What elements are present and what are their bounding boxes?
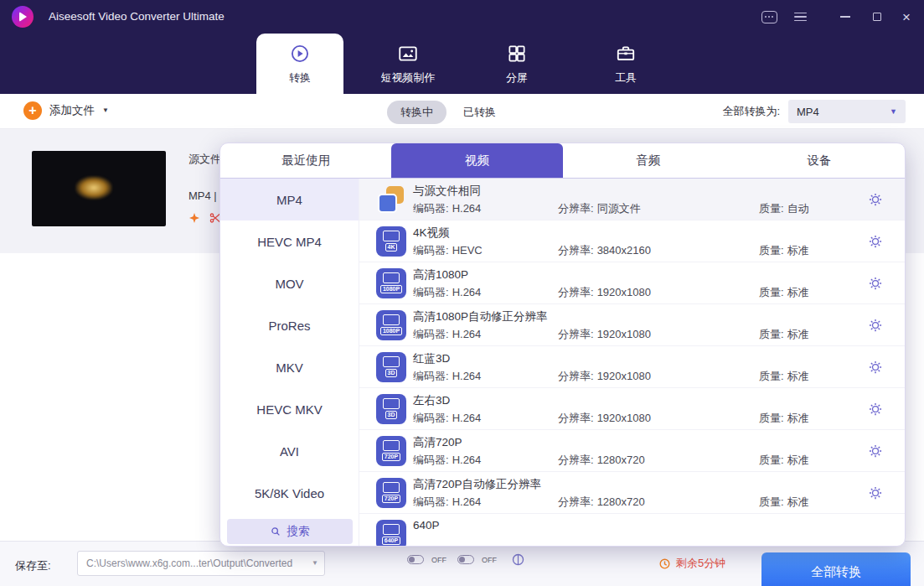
preset-row-same-as-source[interactable]: 与源文件相同 编码器:H.264 分辨率:同源文件 质量:自动 (359, 179, 905, 220)
enhance-icon[interactable] (188, 211, 201, 225)
quality-label: 质量: (759, 286, 784, 298)
output-path-input[interactable] (77, 551, 325, 576)
minimize-button[interactable] (839, 16, 852, 18)
tab-recent[interactable]: 最近使用 (220, 143, 391, 178)
quality-label: 质量: (759, 328, 784, 340)
quality-value: 标准 (787, 454, 809, 466)
screen-glyph (383, 398, 400, 409)
convert-all-to-label: 全部转换为: (722, 104, 780, 119)
convert-icon (289, 43, 311, 65)
chevron-down-icon[interactable]: ▼ (102, 107, 109, 114)
gear-icon[interactable] (868, 402, 883, 417)
preset-row-1080p[interactable]: 1080P 高清1080P 编码器:H.264 分辨率:1920x1080 质量… (359, 262, 905, 304)
tab-mv-maker[interactable]: 短视频制作 (359, 34, 457, 94)
quality-label: 质量: (759, 202, 784, 215)
quality-value: 标准 (787, 244, 809, 257)
search-button[interactable]: 搜索 (227, 519, 353, 544)
plus-icon: + (23, 101, 42, 120)
preset-row-640p[interactable]: 640P 640P (359, 514, 905, 547)
preset-row-1080p-autofix[interactable]: 1080P 高清1080P自动修正分辨率 编码器:H.264 分辨率:1920x… (359, 304, 905, 346)
preset-meta: 编码器:H.264 分辨率:1920x1080 质量:标准 (413, 369, 863, 384)
titlebar: Aiseesoft Video Converter Ultimate × (0, 0, 924, 34)
dots-icon (765, 16, 767, 18)
sidebar-item-hevc-mkv[interactable]: HEVC MKV (220, 388, 359, 430)
gear-icon[interactable] (868, 318, 883, 333)
toggle-switch-icon[interactable] (457, 555, 474, 564)
tab-label: 短视频制作 (381, 70, 436, 86)
encoder-value: HEVC (452, 244, 483, 257)
preset-row-sbs-3d[interactable]: 3D 左右3D 编码器:H.264 分辨率:1920x1080 质量:标准 (359, 388, 905, 430)
bottom-mini-toggles: OFF OFF (407, 552, 525, 567)
badge-text: 720P (382, 495, 400, 503)
tab-converted[interactable]: 已转换 (463, 105, 496, 120)
quality-value: 标准 (787, 495, 809, 508)
tab-video[interactable]: 视频 (391, 143, 562, 178)
encoder-value: H.264 (452, 370, 482, 382)
gear-icon[interactable] (868, 360, 883, 375)
preset-meta: 编码器:H.264 分辨率:1280x720 质量:标准 (413, 495, 863, 510)
preset-meta: 编码器:H.264 分辨率:1920x1080 质量:标准 (413, 327, 863, 342)
toolbar: + 添加文件 ▼ 转换中 已转换 全部转换为: MP4 ▼ (0, 94, 924, 129)
gear-icon[interactable] (868, 192, 883, 207)
feedback-icon[interactable] (761, 11, 777, 23)
chevron-down-icon[interactable]: ▼ (312, 560, 318, 567)
preset-title: 高清1080P自动修正分辨率 (413, 309, 548, 324)
compare-icon[interactable] (511, 552, 525, 567)
add-files-label: 添加文件 (49, 103, 95, 118)
encoder-label: 编码器: (413, 202, 449, 215)
popup-body: MP4 HEVC MP4 MOV ProRes MKV HEVC MKV AVI… (220, 179, 905, 547)
gear-icon[interactable] (868, 276, 883, 291)
thumbnail-content (75, 176, 112, 200)
badge-text: 3D (385, 411, 398, 419)
menu-icon[interactable] (794, 13, 807, 22)
output-format-select[interactable]: MP4 ▼ (788, 100, 906, 123)
quality-label: 质量: (759, 412, 784, 424)
sidebar-item-mkv[interactable]: MKV (220, 346, 359, 388)
tab-split-screen[interactable]: 分屏 (471, 34, 563, 94)
output-path-box[interactable]: ▼ (77, 551, 325, 576)
maximize-icon (873, 13, 881, 21)
sidebar-item-5k8k[interactable]: 5K/8K Video (220, 472, 359, 514)
search-icon (270, 526, 281, 537)
gear-icon[interactable] (868, 234, 883, 249)
preset-row-4k[interactable]: 4K 4K视频 编码器:HEVC 分辨率:3840x2160 质量:标准 (359, 220, 905, 262)
clock-icon (658, 557, 671, 570)
save-to-label: 保存至: (15, 558, 51, 573)
app-title: Aiseesoft Video Converter Ultimate (49, 10, 225, 23)
tab-label: 分屏 (506, 70, 528, 86)
quality-value: 自动 (787, 202, 809, 215)
sidebar-item-mov[interactable]: MOV (220, 262, 359, 304)
format-sidebar: MP4 HEVC MP4 MOV ProRes MKV HEVC MKV AVI… (220, 179, 359, 547)
tab-toolbox[interactable]: 工具 (580, 34, 672, 94)
preset-title: 高清720P自动修正分辨率 (413, 477, 541, 492)
tab-converting[interactable]: 转换中 (387, 101, 447, 124)
sidebar-item-mp4[interactable]: MP4 (220, 179, 359, 220)
preset-row-720p[interactable]: 720P 高清720P 编码器:H.264 分辨率:1280x720 质量:标准 (359, 430, 905, 472)
quality-label: 质量: (759, 454, 784, 466)
preset-row-720p-autofix[interactable]: 720P 高清720P自动修正分辨率 编码器:H.264 分辨率:1280x72… (359, 472, 905, 514)
preset-meta: 编码器:H.264 分辨率:1920x1080 质量:标准 (413, 285, 863, 300)
maximize-button[interactable] (870, 13, 884, 21)
add-files-button[interactable]: + 添加文件 ▼ (23, 101, 109, 120)
mv-icon (397, 43, 419, 65)
preset-row-anaglyph-3d[interactable]: 3D 红蓝3D 编码器:H.264 分辨率:1920x1080 质量:标准 (359, 346, 905, 388)
screen-glyph (383, 272, 400, 283)
trial-remaining: 剩余5分钟 (658, 556, 725, 571)
convert-all-button[interactable]: 全部转换 (761, 552, 911, 586)
tab-device[interactable]: 设备 (734, 143, 905, 178)
resolution-value: 1280x720 (597, 454, 645, 466)
tab-convert[interactable]: 转换 (256, 34, 343, 94)
screen-glyph (383, 524, 400, 535)
sidebar-item-avi[interactable]: AVI (220, 430, 359, 472)
sidebar-item-prores[interactable]: ProRes (220, 304, 359, 346)
video-thumbnail[interactable] (32, 151, 166, 226)
toggle-switch-icon[interactable] (407, 555, 424, 564)
preset-meta: 编码器:H.264 分辨率:同源文件 质量:自动 (413, 201, 863, 216)
quality-value: 标准 (787, 328, 809, 340)
tab-audio[interactable]: 音频 (563, 143, 734, 178)
sidebar-item-hevc-mp4[interactable]: HEVC MP4 (220, 220, 359, 262)
close-button[interactable]: × (902, 10, 911, 24)
gear-icon[interactable] (868, 443, 883, 459)
badge-text: 640P (382, 537, 400, 545)
gear-icon[interactable] (868, 485, 883, 500)
